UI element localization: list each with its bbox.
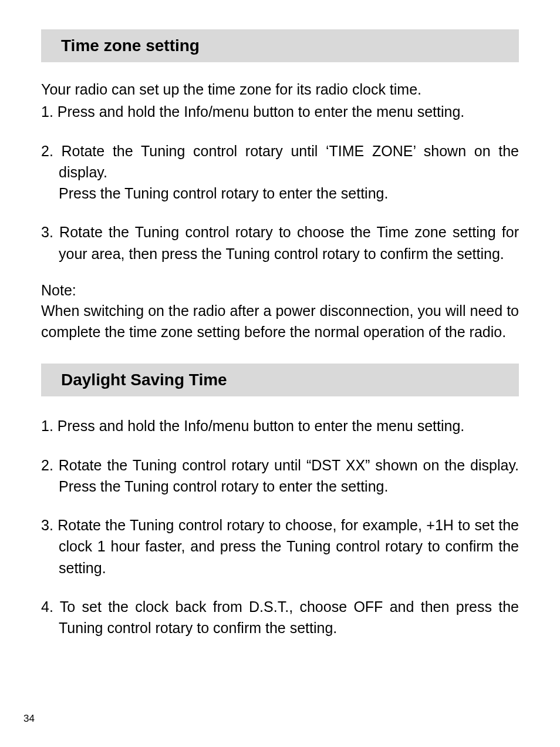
manual-page: Time zone setting Your radio can set up … <box>0 0 560 747</box>
page-number: 34 <box>23 713 35 725</box>
note-body: When switching on the radio after a powe… <box>41 300 519 343</box>
intro-text: Your radio can set up the time zone for … <box>41 79 519 100</box>
timezone-step-3: 3. Rotate the Tuning control rotary to c… <box>41 221 519 264</box>
dst-step-4: 4. To set the clock back from D.S.T., ch… <box>41 596 519 639</box>
timezone-step-1: 1. Press and hold the Info/menu button t… <box>41 101 519 122</box>
section-heading-timezone: Time zone setting <box>41 29 519 62</box>
note-label: Note: <box>41 282 519 299</box>
timezone-step-2-line1: 2. Rotate the Tuning control rotary unti… <box>41 140 519 183</box>
dst-step-1: 1. Press and hold the Info/menu button t… <box>41 415 519 436</box>
timezone-step-2-line2: Press the Tuning control rotary to enter… <box>41 183 519 204</box>
dst-step-3: 3. Rotate the Tuning control rotary to c… <box>41 514 519 578</box>
section-heading-dst: Daylight Saving Time <box>41 364 519 396</box>
dst-step-2: 2. Rotate the Tuning control rotary unti… <box>41 455 519 497</box>
